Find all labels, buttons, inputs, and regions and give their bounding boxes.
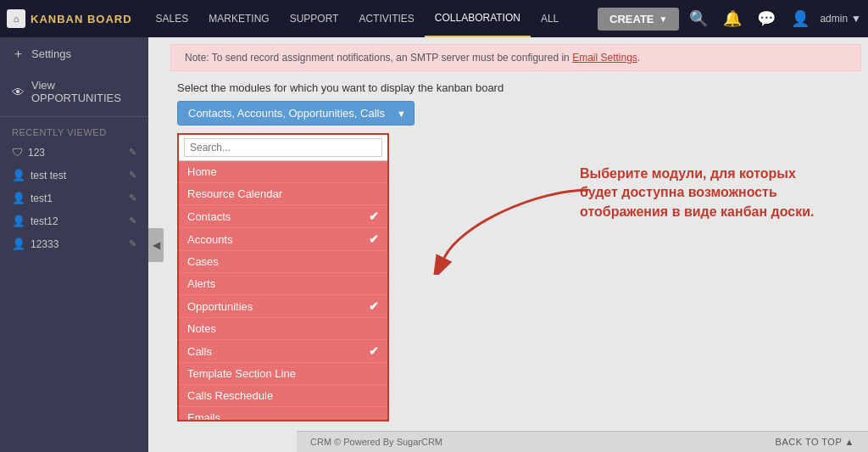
content-area: Note: To send record assignment notifica…	[164, 44, 868, 132]
plus-icon: ＋	[12, 46, 25, 62]
nav-item-sales[interactable]: SALES	[146, 0, 199, 37]
view-opportunities-label: View OPPORTUNITIES	[31, 79, 136, 104]
recent-item-123[interactable]: 🛡 123 ✎	[0, 141, 148, 164]
sidebar-item-settings[interactable]: ＋ Settings	[0, 37, 148, 70]
module-select-area: Select the modules for which you want to…	[164, 71, 868, 132]
recent-item-label-2: test test	[31, 170, 66, 181]
dropdown-item-7[interactable]: Notes	[179, 318, 387, 340]
dropdown-items-list: HomeResource CalendarContacts✔Accounts✔C…	[179, 161, 387, 421]
alert-text: Note: To send record assignment notifica…	[185, 52, 572, 64]
recent-item-label-3: test1	[31, 193, 53, 204]
dropdown-item-label-7: Notes	[187, 322, 216, 335]
recent-item-label-4: test12	[31, 215, 58, 227]
sidebar-collapse-button[interactable]: ◀	[148, 228, 164, 262]
module-select-label: Select the modules for which you want to…	[177, 81, 854, 94]
dropdown-item-9[interactable]: Template Section Line	[179, 363, 387, 385]
create-button[interactable]: CREATE ▼	[598, 8, 679, 31]
sidebar: ＋ Settings 👁 View OPPORTUNITIES Recently…	[0, 37, 148, 452]
annotation-overlay: Выберите модули, для которых будет досту…	[580, 165, 817, 221]
edit-icon-5[interactable]: ✎	[129, 238, 136, 249]
dropdown-item-check-6: ✔	[369, 299, 379, 313]
annotation-text: Выберите модули, для которых будет досту…	[580, 165, 817, 221]
notifications-icon[interactable]: 🔔	[718, 6, 747, 31]
sidebar-divider-1	[0, 116, 148, 117]
edit-icon-4[interactable]: ✎	[129, 215, 136, 226]
dropdown-search-input[interactable]	[184, 138, 382, 157]
sidebar-item-view-opportunities[interactable]: 👁 View OPPORTUNITIES	[0, 70, 148, 113]
dropdown-item-10[interactable]: Calls Reschedule	[179, 385, 387, 407]
recent-item-label-5: 12333	[31, 238, 58, 250]
alert-link[interactable]: Email Settings	[572, 52, 637, 64]
recent-item-test1[interactable]: 👤 test1 ✎	[0, 187, 148, 209]
eye-icon: 👁	[12, 85, 25, 99]
create-dropdown-arrow: ▼	[659, 14, 668, 24]
nav-right-controls: CREATE ▼ 🔍 🔔 💬 👤 admin ▼	[598, 6, 861, 31]
module-select-container: Contacts, Accounts, Opportunities, Calls…	[177, 101, 415, 126]
dropdown-item-label-0: Home	[187, 165, 217, 178]
dropdown-item-label-4: Cases	[187, 255, 219, 268]
home-icon: ⌂	[7, 9, 25, 28]
recent-item-12333[interactable]: 👤 12333 ✎	[0, 232, 148, 255]
dropdown-item-label-6: Opportunities	[187, 300, 253, 313]
footer-copyright: CRM © Powered By SugarCRM	[310, 437, 442, 447]
settings-label: Settings	[31, 47, 71, 60]
admin-dropdown-arrow: ▼	[851, 13, 861, 25]
dropdown-item-check-8: ✔	[369, 344, 379, 358]
user-icon-2: 👤	[12, 169, 25, 181]
user-icon-4: 👤	[12, 215, 25, 227]
page-footer: CRM © Powered By SugarCRM BACK TO TOP ▲	[297, 431, 868, 452]
dropdown-item-check-2: ✔	[369, 209, 379, 223]
shield-icon-1: 🛡	[12, 146, 23, 159]
nav-item-all[interactable]: ALL	[531, 0, 569, 37]
dropdown-item-11[interactable]: Emails	[179, 407, 387, 421]
alert-bar: Note: To send record assignment notifica…	[170, 44, 861, 71]
dropdown-item-6[interactable]: Opportunities✔	[179, 295, 387, 318]
recent-item-label-1: 123	[28, 147, 45, 159]
admin-label[interactable]: admin ▼	[820, 13, 861, 25]
recently-viewed-title: Recently Viewed	[0, 120, 148, 141]
search-icon[interactable]: 🔍	[684, 6, 713, 31]
recent-item-test-test[interactable]: 👤 test test ✎	[0, 164, 148, 187]
edit-icon-2[interactable]: ✎	[129, 170, 136, 181]
dropdown-item-4[interactable]: Cases	[179, 251, 387, 273]
dropdown-item-label-11: Emails	[187, 411, 220, 421]
dropdown-item-8[interactable]: Calls✔	[179, 340, 387, 363]
nav-item-collaboration[interactable]: COLLABORATION	[425, 0, 531, 37]
edit-icon-1[interactable]: ✎	[129, 147, 136, 158]
dropdown-search-container	[179, 135, 387, 161]
edit-icon-3[interactable]: ✎	[129, 193, 136, 204]
main-content: ◀ Note: To send record assignment notifi…	[148, 37, 868, 452]
back-to-top-button[interactable]: BACK TO TOP ▲	[776, 437, 854, 447]
module-dropdown-panel: HomeResource CalendarContacts✔Accounts✔C…	[177, 133, 389, 421]
top-navigation: ⌂ KANBAN BOARD SALES MARKETING SUPPORT A…	[0, 0, 868, 37]
user-icon[interactable]: 👤	[786, 6, 815, 31]
user-icon-3: 👤	[12, 192, 25, 204]
nav-menu: SALES MARKETING SUPPORT ACTIVITIES COLLA…	[146, 0, 598, 37]
dropdown-item-5[interactable]: Alerts	[179, 273, 387, 295]
main-layout: ＋ Settings 👁 View OPPORTUNITIES Recently…	[0, 37, 868, 452]
dropdown-item-label-5: Alerts	[187, 277, 215, 290]
nav-item-activities[interactable]: ACTIVITIES	[348, 0, 424, 37]
dropdown-item-label-8: Calls	[187, 345, 212, 358]
dropdown-item-check-3: ✔	[369, 232, 379, 246]
brand-text: KANBAN BOARD	[31, 13, 132, 25]
dropdown-item-0[interactable]: Home	[179, 161, 387, 183]
module-select-value[interactable]: Contacts, Accounts, Opportunities, Calls	[177, 101, 415, 126]
nav-item-marketing[interactable]: MARKETING	[198, 0, 279, 37]
brand-logo[interactable]: ⌂ KANBAN BOARD	[7, 9, 132, 28]
dropdown-item-3[interactable]: Accounts✔	[179, 228, 387, 251]
dropdown-item-label-1: Resource Calendar	[187, 187, 282, 200]
dropdown-item-label-2: Contacts	[187, 210, 231, 223]
dropdown-item-label-9: Template Section Line	[187, 367, 296, 380]
recent-item-test12[interactable]: 👤 test12 ✎	[0, 209, 148, 232]
dropdown-item-label-3: Accounts	[187, 233, 232, 246]
dropdown-item-1[interactable]: Resource Calendar	[179, 183, 387, 205]
nav-item-support[interactable]: SUPPORT	[280, 0, 349, 37]
user-icon-5: 👤	[12, 237, 25, 250]
annotation-arrow-svg	[427, 173, 597, 275]
dropdown-item-2[interactable]: Contacts✔	[179, 205, 387, 228]
messages-icon[interactable]: 💬	[752, 6, 781, 31]
dropdown-item-label-10: Calls Reschedule	[187, 389, 273, 402]
